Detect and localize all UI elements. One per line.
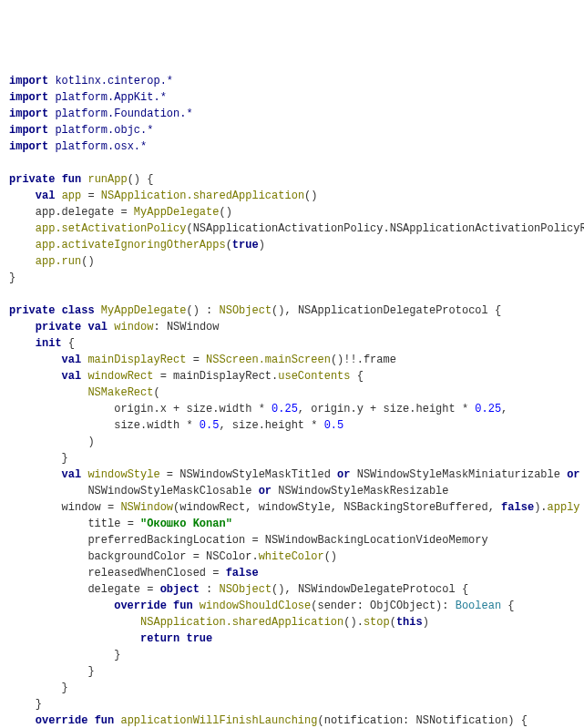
kw-private: private	[36, 321, 81, 333]
code-block: import kotlinx.cinterop.* import platfor…	[9, 73, 575, 728]
kw-class: class	[62, 304, 95, 317]
bool-true: true	[232, 239, 259, 251]
num: 0.5	[200, 419, 220, 432]
const: NSWindowStyleMaskTitled	[179, 468, 331, 481]
proto: NSApplicationDelegateProtocol	[298, 304, 488, 317]
lhs: title =	[87, 518, 140, 530]
stmt: app.delegate =	[36, 206, 134, 219]
kw-or: or	[259, 485, 272, 497]
const: NSWindowStyleMaskMiniaturizable	[357, 468, 560, 481]
kw-override: override	[36, 714, 88, 727]
kw-import: import	[9, 108, 48, 120]
stmt: preferredBackingLocation = NSWindowBacki…	[87, 534, 487, 547]
fn: applicationWillFinishLaunching	[120, 714, 317, 727]
kw-val: val	[36, 190, 56, 202]
kw-private: private	[9, 304, 55, 317]
kw-fun: fun	[62, 173, 82, 186]
kw-import: import	[9, 124, 48, 137]
kw-val: val	[62, 354, 82, 366]
import-path: platform.Foundation.*	[55, 108, 192, 120]
kw-this: this	[396, 616, 423, 629]
prop: .frame	[357, 354, 396, 366]
call: app.run	[36, 255, 81, 268]
kw-fun: fun	[95, 714, 115, 727]
import-path: platform.osx.*	[55, 140, 147, 153]
lhs: releasedWhenClosed =	[87, 567, 225, 579]
call: NSApplication.sharedApplication	[140, 616, 343, 629]
fn-runapp: runApp	[87, 173, 127, 186]
expr: size.width *	[114, 419, 200, 432]
kw-fun: fun	[173, 600, 193, 612]
var-window: window	[114, 321, 153, 333]
kw-return: return	[140, 632, 179, 645]
call: apply	[548, 501, 580, 514]
lhs: backgroundColor = NSColor.	[87, 550, 258, 563]
type: ObjCObject	[370, 600, 435, 612]
const: NSWindowStyleMaskClosable	[87, 485, 251, 497]
import-path: kotlinx.cinterop.*	[55, 75, 173, 87]
type: Boolean	[456, 600, 501, 612]
const: NSWindowStyleMaskResizable	[278, 485, 448, 497]
const: NSBackingStoreBuffered	[343, 501, 487, 514]
fn: windowShouldClose	[200, 600, 311, 612]
kw-import: import	[9, 91, 48, 104]
kw-val: val	[87, 321, 108, 333]
param: notification	[324, 714, 403, 727]
string-literal: "Окошко Konan"	[140, 518, 232, 530]
kw-import: import	[9, 140, 48, 153]
call: NSObject	[219, 583, 272, 596]
expr: origin.x + size.width *	[114, 403, 272, 415]
num: 0.5	[324, 419, 344, 432]
call: MyAppDelegate	[134, 206, 220, 219]
call: NSScreen.mainScreen	[206, 354, 331, 366]
expr: , size.height *	[219, 419, 323, 432]
kw-val: val	[62, 468, 82, 481]
bool-false: false	[226, 567, 259, 579]
kw-or: or	[337, 468, 350, 481]
param: sender	[317, 600, 356, 612]
var-app: app	[62, 190, 82, 202]
var: windowRect	[87, 370, 153, 383]
call: app.setActivationPolicy	[36, 222, 187, 235]
bool-true: true	[186, 632, 212, 645]
import-path: platform.objc.*	[55, 124, 153, 137]
call: NSApplication.sharedApplication	[101, 190, 304, 202]
kw-init: init	[36, 337, 62, 350]
expr: , origin.y + size.height *	[298, 403, 475, 415]
kw-or: or	[567, 468, 579, 481]
call: NSMakeRect	[87, 386, 153, 399]
kw-import: import	[9, 75, 48, 87]
lhs: delegate =	[87, 583, 159, 596]
call: app.activateIgnoringOtherApps	[36, 239, 226, 251]
call: whiteColor	[259, 550, 324, 563]
kw-object: object	[160, 583, 200, 596]
type: NSNotification	[416, 714, 508, 727]
assign: window =	[62, 501, 121, 514]
var: mainDisplayRect	[87, 354, 186, 366]
proto: NSWindowDelegateProtocol	[298, 583, 456, 596]
kw-override: override	[114, 600, 167, 612]
call: NSWindow	[120, 501, 173, 514]
call: useContents	[278, 370, 350, 383]
super: NSObject	[219, 304, 272, 317]
class-name: MyAppDelegate	[101, 304, 187, 317]
kw-private: private	[9, 173, 55, 186]
arg: NSApplicationActivationPolicy.NSApplicat…	[193, 222, 584, 235]
type: NSWindow	[167, 321, 220, 333]
kw-val: val	[62, 370, 82, 383]
bool-false: false	[501, 501, 534, 514]
var: windowStyle	[87, 468, 159, 481]
num: 0.25	[475, 403, 501, 415]
import-path: platform.AppKit.*	[55, 91, 166, 104]
num: 0.25	[272, 403, 298, 415]
call: stop	[364, 616, 390, 629]
